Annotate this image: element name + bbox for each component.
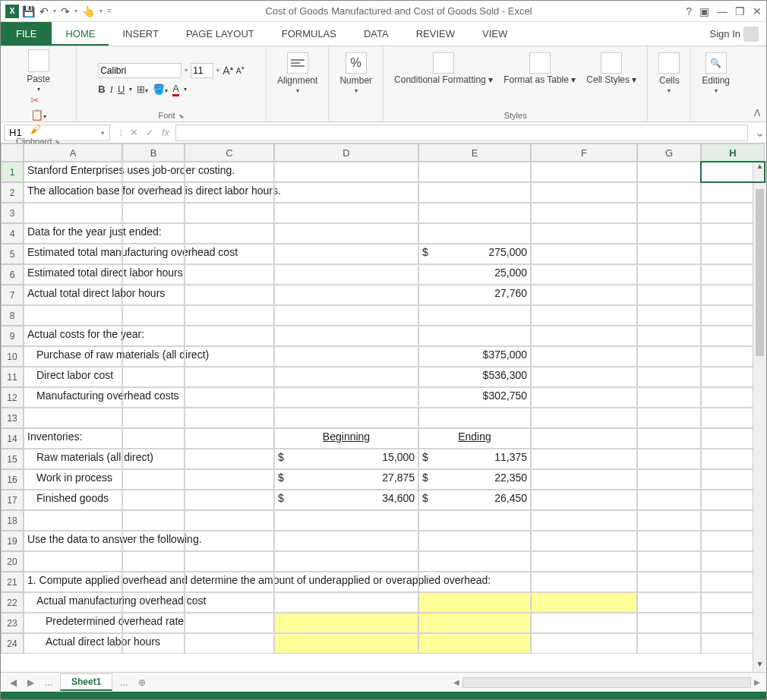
row-header[interactable]: 5 bbox=[1, 244, 24, 264]
column-header-H[interactable]: H bbox=[701, 143, 765, 162]
cell-G24[interactable] bbox=[637, 633, 701, 654]
cell-A19[interactable]: Use the data to answer the following. bbox=[24, 531, 122, 551]
minimize-icon[interactable]: — bbox=[717, 5, 728, 17]
cell-B16[interactable] bbox=[122, 469, 185, 490]
row-header[interactable]: 23 bbox=[1, 613, 24, 633]
cell-G16[interactable] bbox=[637, 469, 701, 490]
cell-F9[interactable] bbox=[531, 326, 637, 346]
cell-G19[interactable] bbox=[637, 531, 701, 551]
cell-C2[interactable] bbox=[185, 182, 274, 203]
cell-B15[interactable] bbox=[122, 449, 185, 469]
cell-F4[interactable] bbox=[531, 223, 637, 244]
cell-B6[interactable] bbox=[122, 264, 185, 285]
cell-G3[interactable] bbox=[637, 203, 701, 223]
cell-D3[interactable] bbox=[274, 203, 418, 223]
cell-A4[interactable]: Data for the year just ended: bbox=[24, 223, 122, 244]
column-header-G[interactable]: G bbox=[637, 143, 701, 162]
row-header[interactable]: 20 bbox=[1, 551, 24, 572]
row-header[interactable]: 16 bbox=[1, 469, 24, 490]
sheet-nav-next-icon[interactable]: ▶ bbox=[24, 677, 37, 688]
cell-F24[interactable] bbox=[531, 633, 637, 654]
select-all-corner[interactable] bbox=[1, 143, 24, 162]
cell-C17[interactable] bbox=[185, 490, 274, 510]
cell-A11[interactable]: Direct labor cost bbox=[24, 367, 122, 387]
cell-D8[interactable] bbox=[274, 305, 418, 326]
cell-A20[interactable] bbox=[24, 551, 122, 572]
cell-A14[interactable]: Inventories: bbox=[24, 428, 122, 449]
tab-page-layout[interactable]: PAGE LAYOUT bbox=[172, 22, 268, 46]
cell-C3[interactable] bbox=[185, 203, 274, 223]
cell-C11[interactable] bbox=[185, 367, 274, 387]
cell-E20[interactable] bbox=[418, 551, 531, 572]
cell-A13[interactable] bbox=[24, 408, 122, 428]
cell-E23[interactable] bbox=[418, 613, 531, 633]
cell-E8[interactable] bbox=[418, 305, 531, 326]
cell-A18[interactable] bbox=[24, 510, 122, 531]
cell-A8[interactable] bbox=[24, 305, 122, 326]
scrollbar-thumb[interactable] bbox=[756, 189, 764, 356]
cell-A5[interactable]: Estimated total manufacturing overhead c… bbox=[24, 244, 122, 264]
cell-F17[interactable] bbox=[531, 490, 637, 510]
new-sheet-icon[interactable]: ⊕ bbox=[135, 677, 149, 688]
help-icon[interactable]: ? bbox=[686, 5, 692, 17]
cell-F20[interactable] bbox=[531, 551, 637, 572]
cell-G6[interactable] bbox=[637, 264, 701, 285]
cell-C1[interactable] bbox=[185, 162, 274, 182]
row-header[interactable]: 11 bbox=[1, 367, 24, 387]
cell-G11[interactable] bbox=[637, 367, 701, 387]
cell-C6[interactable] bbox=[185, 264, 274, 285]
cell-C9[interactable] bbox=[185, 326, 274, 346]
sheet-tab-sheet1[interactable]: Sheet1 bbox=[60, 673, 112, 691]
tab-home[interactable]: HOME bbox=[52, 22, 109, 46]
cell-F19[interactable] bbox=[531, 531, 637, 551]
row-header[interactable]: 4 bbox=[1, 223, 24, 244]
cell-C16[interactable] bbox=[185, 469, 274, 490]
cell-E9[interactable] bbox=[418, 326, 531, 346]
expand-formula-bar-icon[interactable]: ⌄ bbox=[753, 125, 766, 140]
tab-view[interactable]: VIEW bbox=[469, 22, 521, 46]
cell-E4[interactable] bbox=[418, 223, 531, 244]
cell-C22[interactable] bbox=[185, 592, 274, 613]
font-name-input[interactable] bbox=[98, 63, 181, 78]
cell-D2[interactable] bbox=[274, 182, 418, 203]
cell-A22[interactable]: Actual manufacturing overhead cost bbox=[24, 592, 122, 613]
cell-styles-button[interactable]: Cell Styles ▾ bbox=[582, 49, 641, 88]
vertical-scrollbar[interactable]: ▲ ▼ bbox=[753, 162, 766, 672]
cell-F8[interactable] bbox=[531, 305, 637, 326]
cell-D20[interactable] bbox=[274, 551, 418, 572]
row-header[interactable]: 21 bbox=[1, 572, 24, 592]
cell-G14[interactable] bbox=[637, 428, 701, 449]
column-header-E[interactable]: E bbox=[418, 143, 531, 162]
row-header[interactable]: 2 bbox=[1, 182, 24, 203]
row-header[interactable]: 6 bbox=[1, 264, 24, 285]
cell-E15[interactable]: $11,375 bbox=[418, 449, 531, 469]
cell-E22[interactable] bbox=[418, 592, 531, 613]
cell-D24[interactable] bbox=[274, 633, 418, 654]
cell-C13[interactable] bbox=[185, 408, 274, 428]
sign-in-link[interactable]: Sign In bbox=[702, 22, 766, 46]
cell-A17[interactable]: Finished goods bbox=[24, 490, 122, 510]
cell-B22[interactable] bbox=[122, 592, 185, 613]
cell-A21[interactable]: 1. Compute applied overhead and determin… bbox=[24, 572, 122, 592]
row-header[interactable]: 7 bbox=[1, 285, 24, 305]
cell-F14[interactable] bbox=[531, 428, 637, 449]
cell-F23[interactable] bbox=[531, 613, 637, 633]
hscroll-left-icon[interactable]: ◀ bbox=[453, 678, 459, 686]
row-header[interactable]: 12 bbox=[1, 387, 24, 408]
cell-F6[interactable] bbox=[531, 264, 637, 285]
alignment-button[interactable]: Alignment▾ bbox=[273, 49, 322, 97]
cell-G13[interactable] bbox=[637, 408, 701, 428]
cell-E12[interactable]: $302,750 bbox=[418, 387, 531, 408]
cell-C4[interactable] bbox=[185, 223, 274, 244]
cell-A12[interactable]: Manufacturing overhead costs bbox=[24, 387, 122, 408]
row-header[interactable]: 22 bbox=[1, 592, 24, 613]
cell-C5[interactable] bbox=[185, 244, 274, 264]
row-header[interactable]: 18 bbox=[1, 510, 24, 531]
cell-G22[interactable] bbox=[637, 592, 701, 613]
restore-icon[interactable]: ❐ bbox=[735, 5, 745, 17]
cell-E21[interactable] bbox=[418, 572, 531, 592]
cell-B11[interactable] bbox=[122, 367, 185, 387]
row-header[interactable]: 10 bbox=[1, 346, 24, 367]
collapse-ribbon-icon[interactable]: ᐱ bbox=[754, 108, 760, 118]
cell-C21[interactable] bbox=[185, 572, 274, 592]
